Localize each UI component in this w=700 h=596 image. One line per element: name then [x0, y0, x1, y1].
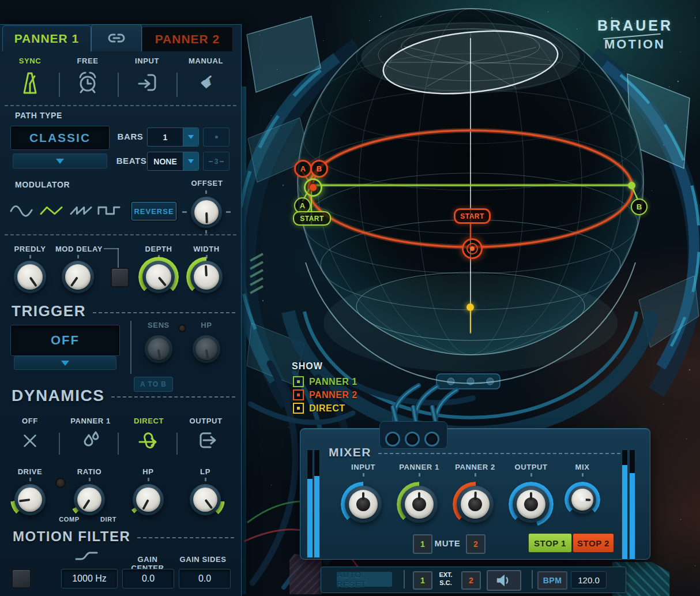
start-badge-green[interactable]: START: [293, 211, 331, 226]
manual-mode-button[interactable]: ☛: [195, 67, 220, 96]
predly-knob[interactable]: [14, 261, 46, 293]
panner1-start-node[interactable]: [304, 178, 322, 197]
marker-a-orange[interactable]: A: [294, 160, 312, 178]
triplet-label: 3: [214, 158, 219, 166]
dyn-lp-knob[interactable]: [190, 484, 221, 515]
tick: [29, 255, 31, 258]
bars-label: BARS: [115, 132, 145, 141]
separator: [59, 73, 60, 97]
dyn-direct-button[interactable]: [137, 429, 161, 452]
bars-select[interactable]: 1: [147, 128, 199, 147]
sens-knob[interactable]: [145, 335, 172, 363]
path-type-select[interactable]: CLASSIC: [10, 126, 110, 150]
direct-path-icon: [137, 429, 161, 452]
input-mode-button[interactable]: [136, 69, 159, 96]
depth-knob[interactable]: [142, 261, 175, 293]
panner2-position-target[interactable]: [462, 238, 483, 259]
mod-delay-label: MOD DELAY: [53, 245, 105, 253]
show-checkbox-direct[interactable]: [293, 403, 304, 414]
triangle-wave-button[interactable]: [39, 202, 63, 219]
stop-2-button[interactable]: STOP 2: [573, 533, 614, 553]
start-badge-orange[interactable]: START: [454, 208, 491, 224]
ratio-label: RATIO: [66, 467, 112, 476]
width-knob[interactable]: [190, 261, 223, 293]
filter-freq-field[interactable]: 1000 Hz: [61, 569, 118, 588]
width-label: WIDTH: [186, 245, 227, 253]
triplet-button[interactable]: 3: [203, 152, 229, 171]
separator: [404, 570, 405, 588]
ext-sc-2-button[interactable]: 2: [461, 571, 481, 590]
mixer-mix-knob[interactable]: [569, 486, 596, 513]
trigger-select[interactable]: OFF: [10, 325, 120, 356]
offset-knob[interactable]: [191, 197, 222, 228]
gain-sides-value: 0.0: [198, 573, 211, 584]
mixer-panner2-knob[interactable]: [457, 486, 494, 523]
minus-mark: [182, 211, 187, 213]
mixer-header: MIXER: [329, 445, 620, 459]
auto-reset-label: AUTO RESET: [337, 570, 392, 588]
square-wave-button[interactable]: [97, 202, 121, 219]
trigger-header: TRIGGER: [12, 302, 235, 320]
mixer-panner1-knob[interactable]: [401, 486, 438, 523]
sine-wave-button[interactable]: [9, 202, 33, 219]
auto-reset-button[interactable]: AUTO RESET: [337, 572, 392, 587]
tempo-value: 120.0: [578, 575, 600, 585]
beats-label: BEATS: [115, 156, 148, 166]
offset-label: OFFSET: [189, 179, 225, 188]
monitor-button[interactable]: [487, 570, 521, 591]
bars-dropdown-cell: [183, 128, 198, 146]
dyn-off-button[interactable]: [21, 432, 39, 450]
bars-value: 1: [148, 128, 183, 146]
trigger-value: OFF: [51, 333, 80, 348]
ratio-knob[interactable]: [74, 484, 105, 515]
tab-panner1[interactable]: PANNER 1: [2, 25, 91, 51]
mod-delay-connector: [118, 248, 119, 269]
x-icon: [21, 432, 39, 449]
mod-delay-knob[interactable]: [62, 261, 94, 293]
free-mode-button[interactable]: [76, 68, 99, 97]
mixer-output-knob[interactable]: [513, 486, 550, 523]
bars-dot-button[interactable]: [203, 128, 229, 147]
saw-wave-button[interactable]: [69, 202, 93, 219]
direct-position-node[interactable]: [466, 303, 474, 311]
marker-b-green[interactable]: B: [631, 198, 648, 215]
beats-select[interactable]: NONE: [147, 152, 199, 171]
dyn-output-button[interactable]: [194, 429, 219, 452]
gain-center-value: 0.0: [142, 573, 155, 584]
mixer-mix-label: MIX: [556, 463, 608, 471]
input-arrow-icon: [136, 70, 159, 95]
filter-freq-value: 1000 Hz: [72, 573, 107, 584]
gain-sides-field[interactable]: 0.0: [179, 569, 231, 588]
panner1-end-node[interactable]: [628, 182, 635, 189]
tick: [530, 473, 532, 477]
tempo-field[interactable]: 120.0: [571, 571, 607, 588]
mute-2-button[interactable]: 2: [466, 534, 486, 554]
bpm-button[interactable]: BPM: [537, 571, 567, 590]
show-checkbox-panner2[interactable]: [293, 389, 304, 400]
mod-delay-toggle-button[interactable]: [111, 268, 129, 287]
predly-label: PREDLY: [7, 245, 53, 253]
marker-b-orange[interactable]: B: [310, 160, 328, 178]
ext-sc-1-button[interactable]: 1: [413, 571, 432, 590]
motion-filter-toggle-button[interactable]: [12, 569, 31, 588]
trigger-dropdown-button[interactable]: [14, 356, 116, 370]
show-checkbox-panner1[interactable]: [293, 376, 304, 387]
trigger-hp-knob[interactable]: [193, 335, 220, 363]
filter-slope-icon-wrap: [74, 548, 99, 563]
drive-knob[interactable]: [14, 484, 46, 515]
saw-wave-icon: [69, 203, 93, 219]
marker-b-green-label: B: [637, 203, 642, 211]
tab-panner2[interactable]: PANNER 2: [142, 27, 233, 51]
cable-jack: [405, 432, 420, 447]
mixer-input-knob[interactable]: [345, 486, 382, 523]
mute-1-button[interactable]: 1: [413, 534, 432, 554]
tab-link[interactable]: [91, 24, 142, 51]
dyn-panner1-button[interactable]: [80, 429, 102, 452]
sync-mode-button[interactable]: [17, 68, 43, 97]
path-type-dropdown-button[interactable]: [13, 153, 107, 168]
stop-1-button[interactable]: STOP 1: [528, 533, 572, 553]
reverse-button[interactable]: REVERSE: [131, 202, 176, 220]
dyn-hp-knob[interactable]: [133, 484, 164, 515]
gain-center-field[interactable]: 0.0: [122, 569, 174, 588]
marker-a-green-label: A: [300, 201, 305, 210]
